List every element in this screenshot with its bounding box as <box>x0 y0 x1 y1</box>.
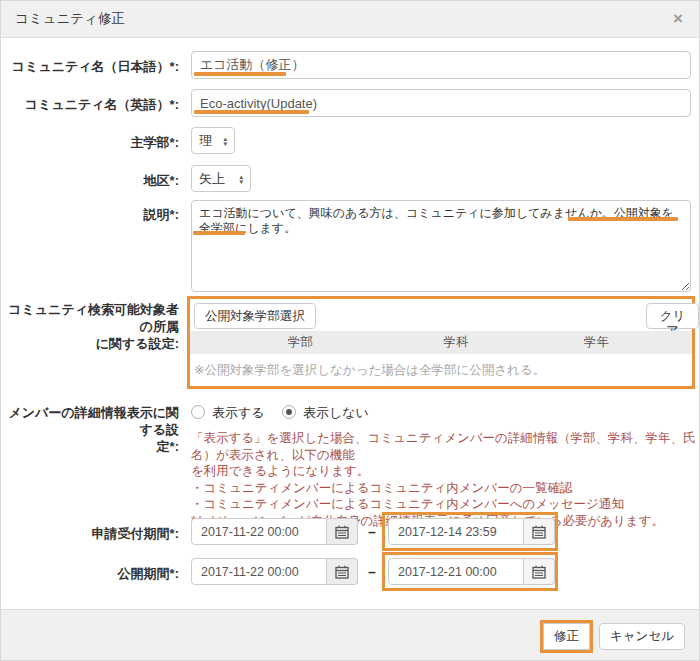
annotation-underline-desc-2 <box>193 231 245 235</box>
annotation-underline-name-en <box>194 110 309 114</box>
application-end-input[interactable] <box>388 518 524 545</box>
annotation-underline-name-ja <box>194 72 286 76</box>
column-header-year: 学年 <box>501 334 692 351</box>
radio-show[interactable] <box>191 405 205 419</box>
annotation-box-public-end <box>382 552 558 591</box>
dialog-header: コミュニティ修正 × <box>1 1 699 38</box>
dialog-footer: 修正 キャンセル <box>1 609 699 661</box>
faculty-select-value: 理 <box>199 132 212 150</box>
submit-button[interactable]: 修正 <box>543 623 590 650</box>
target-table-header: 学部 学科 学年 <box>190 331 692 354</box>
radio-show-label[interactable]: 表示する <box>212 404 265 422</box>
district-label: 地区*: <box>1 172 179 189</box>
public-end-input[interactable] <box>388 558 524 585</box>
member-detail-label: メンバーの詳細情報表示に関する設 定*: <box>1 404 179 455</box>
column-header-department: 学科 <box>411 334 501 351</box>
target-note: ※公開対象学部を選択しなかった場合は全学部に公開される。 <box>194 362 545 379</box>
application-period-label: 申請受付期間*: <box>1 525 179 542</box>
calendar-icon[interactable] <box>327 518 358 545</box>
faculty-select[interactable]: 理 ▴▾ <box>191 127 235 154</box>
public-period-label: 公開期間*: <box>1 565 179 582</box>
district-select-value: 矢上 <box>199 170 225 188</box>
description-textarea[interactable]: エコ活動について、興味のある方は、コミュニティに参加してみませんか。公開対象を全… <box>191 200 691 292</box>
select-stepper-icon: ▴▾ <box>214 136 227 146</box>
annotation-box-application-end <box>382 512 558 551</box>
dialog-title: コミュニティ修正 <box>15 1 125 37</box>
select-target-faculty-button[interactable]: 公開対象学部選択 <box>194 303 316 329</box>
annotation-box-submit: 修正 <box>540 620 593 653</box>
annotation-underline-desc-1 <box>568 217 678 221</box>
search-target-label: コミュニティ検索可能対象者の所属 に関する設定: <box>1 301 179 352</box>
faculty-label: 主学部*: <box>1 134 179 151</box>
public-start-input[interactable] <box>191 558 327 585</box>
clear-button[interactable]: クリア <box>646 303 699 329</box>
district-select[interactable]: 矢上 ▴▾ <box>191 165 251 192</box>
name-ja-label: コミュニティ名（日本語）*: <box>1 58 179 75</box>
close-icon[interactable]: × <box>673 1 683 37</box>
cancel-button[interactable]: キャンセル <box>599 623 685 650</box>
radio-hide[interactable] <box>282 405 296 419</box>
application-start-input[interactable] <box>191 518 327 545</box>
community-edit-dialog: コミュニティ修正 × コミュニティ名（日本語）*: コミュニティ名（英語）*: … <box>0 0 700 661</box>
select-stepper-icon: ▴▾ <box>230 174 243 184</box>
radio-hide-label[interactable]: 表示しない <box>303 404 369 422</box>
column-header-faculty: 学部 <box>190 334 411 351</box>
calendar-icon[interactable] <box>327 558 358 585</box>
name-en-label: コミュニティ名（英語）*: <box>1 96 179 113</box>
period-separator: – <box>364 564 380 580</box>
calendar-icon[interactable] <box>524 518 555 545</box>
calendar-icon[interactable] <box>524 558 555 585</box>
period-separator: – <box>364 524 380 540</box>
description-label: 説明*: <box>1 206 179 223</box>
